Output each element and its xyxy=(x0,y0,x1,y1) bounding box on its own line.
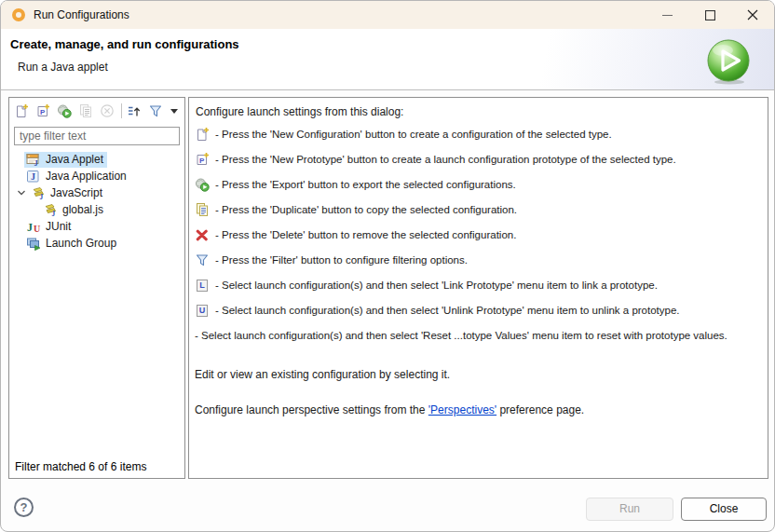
duplicate-icon[interactable] xyxy=(78,103,93,118)
run-configurations-dialog: Run Configurations Create, manage, and r… xyxy=(0,0,775,532)
view-menu-caret-icon[interactable] xyxy=(170,109,178,114)
filter-status: Filter matched 6 of 6 items xyxy=(15,460,146,473)
tree-item-label: global.js xyxy=(62,203,103,216)
configuration-tree: J Java Applet J Java Application xyxy=(9,151,184,252)
configurations-toolbar: P xyxy=(9,98,184,124)
launch-group-icon xyxy=(26,236,41,251)
export-icon xyxy=(195,177,210,192)
collapse-all-icon[interactable] xyxy=(127,103,142,118)
tree-item-label: Java Application xyxy=(46,170,127,183)
help-bullet: P - Press the 'New Prototype' button to … xyxy=(195,152,762,167)
window-title: Run Configurations xyxy=(34,8,129,21)
maximize-button[interactable] xyxy=(688,1,731,29)
tree-item-label: JavaScript xyxy=(50,186,102,199)
link-prototype-icon: L xyxy=(197,280,208,292)
junit-icon: JU xyxy=(26,219,41,234)
page-title: Create, manage, and run configurations xyxy=(10,37,239,51)
app-icon xyxy=(12,8,25,21)
minimize-button[interactable] xyxy=(646,1,688,29)
new-configuration-icon[interactable] xyxy=(14,103,29,118)
help-intro: Configure launch settings from this dial… xyxy=(196,105,762,118)
help-panel: Configure launch settings from this dial… xyxy=(188,97,768,479)
svg-text:U: U xyxy=(34,224,40,234)
filter-icon xyxy=(195,252,210,267)
unlink-prototype-icon: U xyxy=(197,305,208,317)
maximize-icon xyxy=(705,10,715,20)
help-edit-line: Edit or view an existing configuration b… xyxy=(195,368,762,381)
help-bullet: L - Select launch configuration(s) and t… xyxy=(195,278,762,293)
configurations-panel: P xyxy=(8,97,185,479)
svg-text:P: P xyxy=(199,157,205,165)
filter-input[interactable] xyxy=(14,127,180,145)
javascript-icon: J xyxy=(31,185,46,200)
new-configuration-icon xyxy=(195,127,210,142)
titlebar: Run Configurations xyxy=(1,1,774,29)
help-bullet: - Press the 'Duplicate' button to copy t… xyxy=(195,202,762,217)
help-button[interactable]: ? xyxy=(14,498,34,517)
help-bullet: - Press the 'Delete' button to remove th… xyxy=(195,227,762,242)
header-banner: Create, manage, and run configurations R… xyxy=(1,29,774,90)
new-prototype-icon: P xyxy=(195,152,210,167)
java-application-icon: J xyxy=(26,169,41,184)
close-button[interactable] xyxy=(731,1,774,29)
help-bullet: - Press the 'Export' button to export th… xyxy=(195,177,762,192)
tree-item-label: Java Applet xyxy=(46,153,103,166)
tree-item-junit[interactable]: JU JUnit xyxy=(9,218,184,235)
java-applet-icon: J xyxy=(26,152,41,167)
svg-text:P: P xyxy=(40,108,46,116)
filter-icon[interactable] xyxy=(148,103,163,118)
tree-item-global-js[interactable]: J global.js xyxy=(9,201,184,218)
help-bullet: - Press the 'New Configuration' button t… xyxy=(195,127,762,142)
page-subtitle: Run a Java applet xyxy=(18,61,108,74)
tree-item-java-applet[interactable]: J Java Applet xyxy=(9,151,184,168)
new-prototype-icon[interactable]: P xyxy=(35,103,50,118)
tree-item-label: JUnit xyxy=(46,220,71,233)
export-icon[interactable] xyxy=(57,103,72,118)
help-bullet: - Press the 'Filter' button to configure… xyxy=(195,252,762,267)
run-button[interactable]: Run xyxy=(586,498,673,521)
delete-icon xyxy=(195,227,210,242)
run-sphere-banner-icon xyxy=(705,38,752,85)
help-bullet: U - Select launch configuration(s) and t… xyxy=(195,303,762,318)
minimize-icon xyxy=(662,10,673,20)
close-dialog-button[interactable]: Close xyxy=(681,498,767,521)
delete-icon[interactable] xyxy=(100,103,115,118)
chevron-down-icon[interactable] xyxy=(14,185,29,200)
tree-item-javascript[interactable]: J JavaScript xyxy=(9,184,184,201)
help-perspective-line: Configure launch perspective settings fr… xyxy=(195,403,762,416)
tree-item-label: Launch Group xyxy=(46,237,116,250)
window-controls xyxy=(646,1,774,29)
svg-text:J: J xyxy=(52,210,56,218)
svg-text:J: J xyxy=(40,193,44,201)
close-icon xyxy=(747,9,758,20)
duplicate-icon xyxy=(195,202,210,217)
help-bullet: - Select launch configuration(s) and the… xyxy=(195,328,762,343)
svg-text:J: J xyxy=(31,171,35,182)
perspectives-link[interactable]: 'Perspectives' xyxy=(428,403,496,416)
svg-text:J: J xyxy=(27,221,33,234)
tree-item-java-application[interactable]: J Java Application xyxy=(9,168,184,184)
tree-item-launch-group[interactable]: Launch Group xyxy=(9,235,184,252)
javascript-icon: J xyxy=(43,202,58,217)
toolbar-separator xyxy=(121,103,122,118)
